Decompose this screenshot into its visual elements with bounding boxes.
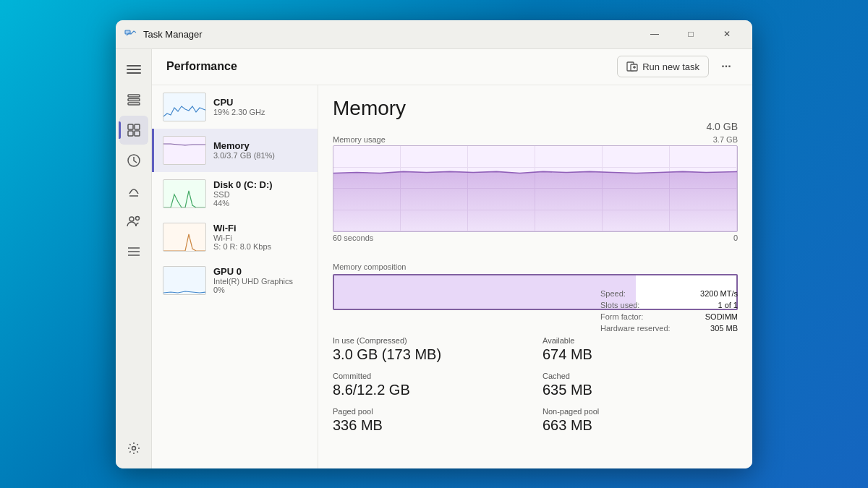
committed-label: Committed: [333, 372, 528, 380]
stat-col-left: In use (Compressed) 3.0 GB (173 MB) Comm…: [333, 333, 528, 453]
memory-chart: [333, 145, 738, 232]
cpu-name: CPU: [213, 97, 309, 108]
svg-rect-2: [127, 69, 141, 70]
kv-row: Hardware reserved:305 MB: [600, 322, 738, 334]
memory-name: Memory: [213, 140, 309, 151]
run-new-task-label: Run new task: [642, 61, 699, 72]
stat-committed: Committed 8.6/12.2 GB: [333, 369, 528, 404]
svg-rect-3: [127, 72, 141, 74]
main-body: Performance Run new task ···: [116, 49, 752, 468]
svg-rect-4: [128, 95, 140, 97]
close-button[interactable]: ✕: [710, 23, 744, 45]
stat-in-use: In use (Compressed) 3.0 GB (173 MB): [333, 333, 528, 369]
svg-rect-5: [128, 98, 140, 100]
in-use-label: In use (Compressed): [333, 336, 528, 345]
disk-sub2: 44%: [213, 199, 309, 207]
stat-paged-pool: Paged pool 336 MB: [333, 404, 528, 440]
wifi-name: Wi-Fi: [213, 223, 309, 234]
run-task-icon: [626, 61, 638, 72]
cpu-info: CPU 19% 2.30 GHz: [213, 97, 309, 116]
content-area: Performance Run new task ···: [152, 49, 752, 468]
chart-time-end: 0: [733, 234, 738, 242]
gpu-sub1: Intel(R) UHD Graphics: [213, 277, 309, 286]
chart-max-label: 3.7 GB: [713, 135, 738, 144]
disk-sparkline-thumb: [163, 180, 206, 208]
device-item-disk[interactable]: Disk 0 (C: D:) SSD 44%: [152, 172, 318, 215]
minimize-button[interactable]: —: [638, 23, 671, 45]
kv-row: Slots used:1 of 1: [600, 299, 738, 311]
memory-usage-section: Memory usage 3.7 GB: [333, 135, 738, 255]
chart-label: Memory usage: [333, 135, 386, 144]
device-item-cpu[interactable]: CPU 19% 2.30 GHz: [152, 85, 318, 129]
svg-rect-9: [128, 131, 133, 136]
disk-name: Disk 0 (C: D:): [213, 179, 309, 190]
sidebar-item-performance[interactable]: [119, 116, 148, 145]
content-body: CPU 19% 2.30 GHz Memory: [152, 85, 752, 468]
kv-panel: Speed:3200 MT/sSlots used:1 of 1Form fac…: [600, 288, 738, 454]
device-list: CPU 19% 2.30 GHz Memory: [152, 85, 318, 468]
titlebar: Task Manager — □ ✕: [116, 20, 752, 49]
run-new-task-button[interactable]: Run new task: [617, 56, 709, 77]
svg-rect-6: [128, 103, 140, 105]
paged-pool-label: Paged pool: [333, 407, 528, 416]
detail-title: Memory: [333, 97, 406, 120]
sidebar-item-processes[interactable]: [119, 85, 148, 114]
maximize-button[interactable]: □: [674, 23, 707, 45]
wifi-sub1: Wi-Fi: [213, 234, 309, 242]
svg-rect-1: [127, 65, 141, 67]
content-header: Performance Run new task ···: [152, 49, 752, 85]
disk-thumbnail: [163, 179, 206, 208]
sidebar-item-menu[interactable]: [119, 55, 148, 84]
more-options-button[interactable]: ···: [715, 55, 738, 78]
sidebar: [116, 49, 152, 468]
detail-total: 4.0 GB: [706, 121, 738, 132]
sidebar-item-settings[interactable]: [119, 434, 148, 463]
page-title: Performance: [166, 60, 617, 73]
device-item-wifi[interactable]: Wi-Fi Wi-Fi S: 0 R: 8.0 Kbps: [152, 215, 318, 259]
committed-value: 8.6/12.2 GB: [333, 382, 528, 398]
sidebar-item-startup[interactable]: [119, 176, 148, 205]
kv-row: Form factor:SODIMM: [600, 311, 738, 322]
wifi-thumbnail: [163, 223, 206, 252]
svg-rect-8: [135, 124, 140, 129]
composition-label: Memory composition: [333, 262, 738, 271]
gpu-sub2: 0%: [213, 286, 309, 294]
memory-sub: 3.0/3.7 GB (81%): [213, 151, 309, 160]
sidebar-item-history[interactable]: [119, 146, 148, 175]
cpu-sub: 19% 2.30 GHz: [213, 108, 309, 116]
paged-pool-value: 336 MB: [333, 417, 528, 434]
gpu-info: GPU 0 Intel(R) UHD Graphics 0%: [213, 266, 309, 294]
cpu-thumbnail: [163, 93, 206, 121]
wifi-info: Wi-Fi Wi-Fi S: 0 R: 8.0 Kbps: [213, 223, 309, 251]
svg-point-13: [129, 217, 134, 221]
task-manager-window: Task Manager — □ ✕: [116, 20, 752, 468]
memory-info: Memory 3.0/3.7 GB (81%): [213, 140, 309, 160]
cpu-sparkline-thumb: [163, 93, 206, 121]
gpu-name: GPU 0: [213, 266, 309, 277]
header-actions: Run new task ···: [617, 55, 738, 78]
svg-point-18: [132, 446, 135, 450]
app-icon: [124, 27, 137, 40]
chart-time-row: 60 seconds 0: [333, 234, 738, 242]
memory-usage-line: [333, 146, 737, 232]
memory-sparkline-thumb: [163, 137, 206, 165]
disk-info: Disk 0 (C: D:) SSD 44%: [213, 179, 309, 207]
device-item-gpu[interactable]: GPU 0 Intel(R) UHD Graphics 0%: [152, 259, 318, 302]
svg-rect-10: [135, 131, 140, 136]
window-title: Task Manager: [143, 29, 638, 40]
gpu-thumbnail: [163, 266, 206, 295]
sidebar-item-users[interactable]: [119, 207, 148, 236]
device-item-memory[interactable]: Memory 3.0/3.7 GB (81%): [152, 129, 318, 172]
gpu-sparkline-thumb: [163, 267, 206, 295]
chart-label-row: Memory usage 3.7 GB: [333, 135, 738, 144]
wifi-sparkline-thumb: [163, 223, 206, 252]
kv-row: Speed:3200 MT/s: [600, 288, 738, 299]
sidebar-item-details[interactable]: [119, 237, 148, 266]
svg-rect-7: [128, 124, 133, 129]
in-use-value: 3.0 GB (173 MB): [333, 346, 528, 363]
disk-sub1: SSD: [213, 190, 309, 199]
chart-time-start: 60 seconds: [333, 234, 373, 242]
svg-point-14: [135, 216, 139, 220]
detail-header: Memory 4.0 GB: [333, 97, 738, 133]
wifi-sub2: S: 0 R: 8.0 Kbps: [213, 242, 309, 251]
